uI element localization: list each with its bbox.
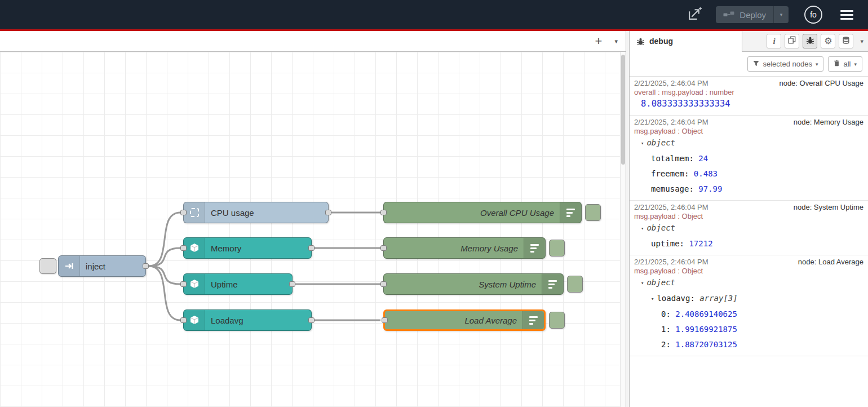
debug-timestamp: 2/21/2025, 2:46:04 PM xyxy=(634,258,708,266)
info-tab-button[interactable]: i xyxy=(767,34,781,48)
node-loadavg[interactable]: Loadavg xyxy=(183,309,312,331)
main-menu-button[interactable] xyxy=(838,8,856,22)
wire[interactable] xyxy=(149,266,180,284)
trash-icon xyxy=(834,60,840,68)
input-port[interactable] xyxy=(180,245,187,251)
context-tab-button[interactable] xyxy=(839,34,853,48)
node-debug-load-average[interactable]: Load Average xyxy=(383,309,546,331)
tab-debug-label: debug xyxy=(649,37,673,46)
sidebar-menu-button[interactable]: ▾ xyxy=(856,38,868,45)
output-port[interactable] xyxy=(325,210,331,215)
flow-list-button[interactable]: ▾ xyxy=(614,38,618,45)
debug-type-label: array[3] xyxy=(699,294,737,303)
debug-output-icon xyxy=(522,311,544,329)
debug-message-meta: 2/21/2025, 2:46:04 PMnode: Overall CPU U… xyxy=(634,79,863,87)
debug-tab-button[interactable] xyxy=(803,34,817,48)
user-avatar[interactable]: fo xyxy=(804,6,822,24)
canvas-vertical-scrollbar[interactable] xyxy=(620,52,626,407)
debug-value: 0.483 xyxy=(694,169,718,178)
input-port[interactable] xyxy=(382,317,388,323)
debug-enable-toggle[interactable] xyxy=(567,276,583,293)
debug-row: 1: 1.99169921875 xyxy=(634,322,863,337)
debug-payload-path: overall : msg.payload : number xyxy=(634,88,863,96)
debug-payload-path: msg.payload : Object xyxy=(634,212,863,220)
input-port[interactable] xyxy=(380,245,387,251)
debug-enable-toggle[interactable] xyxy=(549,240,565,256)
output-port[interactable] xyxy=(289,281,295,287)
node-label: Load Average xyxy=(385,311,522,329)
caret-down-icon[interactable]: ▾ xyxy=(641,276,644,291)
debug-message[interactable]: 2/21/2025, 2:46:04 PMnode: Memory Usagem… xyxy=(630,116,868,201)
node-uptime[interactable]: Uptime xyxy=(183,273,293,295)
node-debug-system-uptime[interactable]: System Uptime xyxy=(383,273,564,295)
flow-tab-bar: + ▾ xyxy=(0,31,626,52)
sidebar-splitter[interactable] xyxy=(626,31,630,407)
caret-down-icon[interactable]: ▾ xyxy=(651,291,654,307)
debug-payload-path: msg.payload : Object xyxy=(634,267,863,275)
node-debug-overall-cpu[interactable]: Overall CPU Usage xyxy=(383,202,582,223)
input-port[interactable] xyxy=(180,317,187,323)
debug-value: 8.083333333333334 xyxy=(641,99,730,109)
debug-row: 0: 2.40869140625 xyxy=(634,307,863,322)
help-tab-button[interactable] xyxy=(785,34,799,48)
debug-value: 97.99 xyxy=(698,184,722,193)
caret-down-icon[interactable]: ▾ xyxy=(641,221,644,236)
inject-icon xyxy=(59,256,80,276)
gear-icon: ⚙ xyxy=(824,37,832,46)
debug-node-name: node: Overall CPU Usage xyxy=(779,79,863,87)
debug-message-meta: 2/21/2025, 2:46:04 PMnode: System Uptime xyxy=(634,203,863,211)
debug-output-icon xyxy=(524,238,545,258)
os-cube-icon xyxy=(184,310,205,330)
node-label: Memory Usage xyxy=(384,238,524,258)
debug-value: 1.88720703125 xyxy=(675,340,737,349)
tab-debug[interactable]: debug xyxy=(630,31,742,52)
debug-row: freemem: 0.483 xyxy=(634,166,863,182)
debug-message-list[interactable]: 2/21/2025, 2:46:04 PMnode: Overall CPU U… xyxy=(630,77,868,407)
output-port[interactable] xyxy=(308,317,315,323)
export-icon xyxy=(687,6,702,24)
sidebar-tab-bar: debug i xyxy=(630,31,868,52)
add-flow-button[interactable]: + xyxy=(595,35,603,47)
library-icon xyxy=(788,36,796,46)
input-port[interactable] xyxy=(180,281,187,287)
output-port[interactable] xyxy=(308,245,315,251)
export-flows-button[interactable] xyxy=(684,5,705,25)
output-port[interactable] xyxy=(143,263,149,269)
main-area: + ▾ xyxy=(0,31,868,407)
node-memory[interactable]: Memory xyxy=(183,237,312,259)
flow-canvas[interactable]: inject CPU usage xyxy=(0,52,626,407)
debug-payload-path: msg.payload : Object xyxy=(634,127,863,135)
scrollbar-thumb[interactable] xyxy=(621,55,625,165)
wire[interactable] xyxy=(149,248,180,266)
deploy-button-main[interactable]: Deploy xyxy=(716,6,773,23)
input-port[interactable] xyxy=(380,281,387,287)
deploy-button[interactable]: Deploy ▾ xyxy=(716,6,789,23)
debug-filter-button[interactable]: selected nodes ▾ xyxy=(747,56,823,72)
hamburger-icon xyxy=(840,18,853,20)
config-tab-button[interactable]: ⚙ xyxy=(821,34,835,48)
debug-timestamp: 2/21/2025, 2:46:04 PM xyxy=(634,203,708,211)
debug-enable-toggle[interactable] xyxy=(549,312,565,329)
debug-enable-toggle[interactable] xyxy=(585,204,601,221)
debug-message[interactable]: 2/21/2025, 2:46:04 PMnode: System Uptime… xyxy=(630,201,868,255)
debug-value: 24 xyxy=(698,154,708,163)
node-label: CPU usage xyxy=(205,202,328,223)
debug-clear-button[interactable]: all ▾ xyxy=(828,56,862,72)
deploy-options-button[interactable]: ▾ xyxy=(773,6,789,23)
debug-timestamp: 2/21/2025, 2:46:04 PM xyxy=(634,79,708,87)
hamburger-icon xyxy=(840,10,853,12)
node-label: inject xyxy=(80,256,145,276)
debug-message[interactable]: 2/21/2025, 2:46:04 PMnode: Overall CPU U… xyxy=(630,77,868,116)
input-port[interactable] xyxy=(180,210,187,215)
sidebar-tool-buttons: i xyxy=(767,34,856,48)
debug-node-name: node: Memory Usage xyxy=(794,118,863,126)
input-port[interactable] xyxy=(380,210,387,215)
inject-trigger-button[interactable] xyxy=(39,258,56,274)
sidebar: debug i xyxy=(630,31,868,407)
debug-message[interactable]: 2/21/2025, 2:46:04 PMnode: Load Averagem… xyxy=(630,255,868,356)
node-debug-memory-usage[interactable]: Memory Usage xyxy=(383,237,546,259)
node-cpu-usage[interactable]: CPU usage xyxy=(183,202,329,223)
debug-key: uptime: xyxy=(651,239,689,248)
caret-down-icon[interactable]: ▾ xyxy=(641,136,644,151)
node-inject[interactable]: inject xyxy=(58,255,146,277)
